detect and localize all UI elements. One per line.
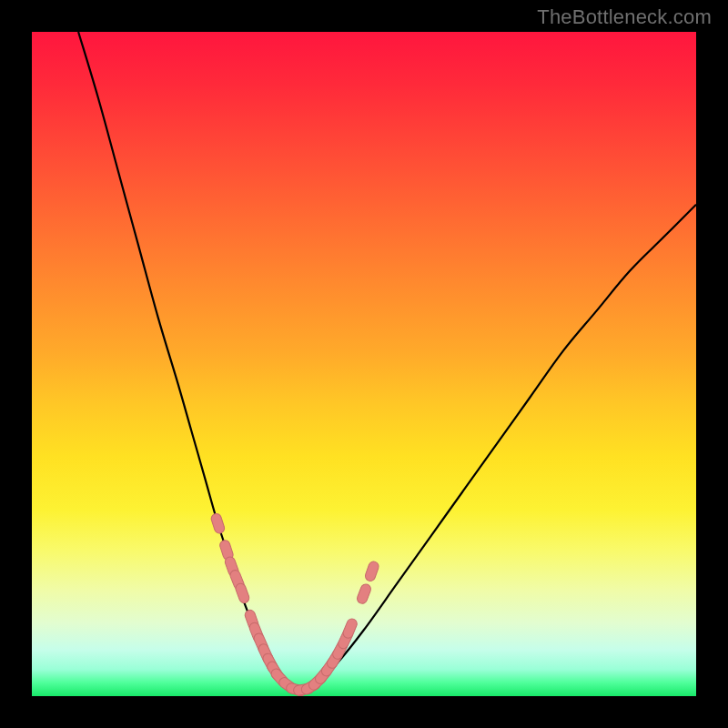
curve-marker (234, 582, 250, 604)
marker-group (210, 512, 380, 697)
chart-svg (32, 32, 696, 696)
watermark-text: TheBottleneck.com (537, 5, 712, 29)
curve-marker (341, 617, 359, 640)
bottleneck-curve (78, 32, 696, 690)
frame: TheBottleneck.com (0, 0, 728, 728)
plot-area (32, 32, 696, 696)
curve-marker (210, 512, 226, 534)
curve-marker (356, 582, 372, 604)
curve-marker (364, 561, 380, 582)
